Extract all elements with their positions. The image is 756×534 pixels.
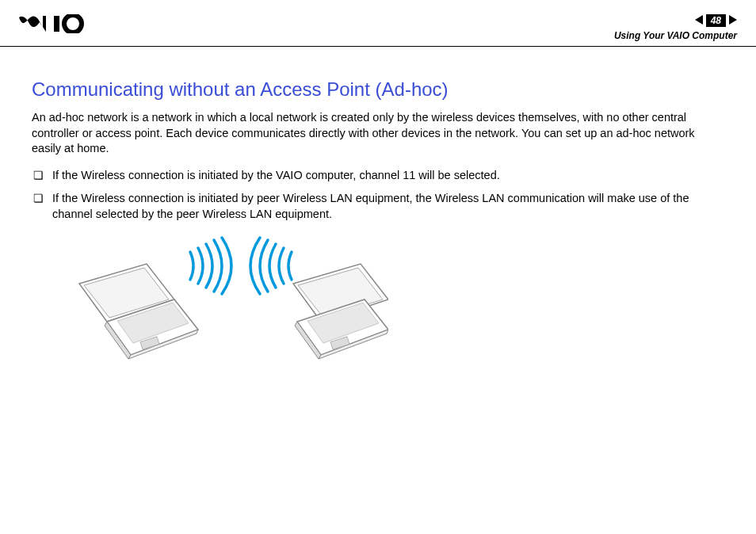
next-page-arrow-icon[interactable] bbox=[727, 15, 737, 27]
page-title: Communicating without an Access Point (A… bbox=[32, 78, 724, 101]
page-navigation: 48 bbox=[614, 14, 737, 27]
prev-page-arrow-icon[interactable] bbox=[695, 15, 704, 27]
laptop-left-icon bbox=[79, 264, 198, 359]
list-item: If the Wireless connection is initiated … bbox=[32, 168, 724, 184]
svg-rect-0 bbox=[54, 16, 59, 32]
page-number: 48 bbox=[706, 14, 726, 27]
laptop-right-icon bbox=[293, 264, 388, 359]
page-header: 48 Using Your VAIO Computer bbox=[0, 0, 756, 47]
wireless-signal-right-icon bbox=[250, 238, 292, 294]
bullet-list: If the Wireless connection is initiated … bbox=[32, 168, 724, 223]
header-right: 48 Using Your VAIO Computer bbox=[614, 14, 737, 41]
svg-point-1 bbox=[64, 15, 82, 32]
page-content: Communicating without an Access Point (A… bbox=[0, 47, 756, 398]
list-item: If the Wireless connection is initiated … bbox=[32, 191, 724, 222]
adhoc-illustration bbox=[55, 236, 724, 382]
vaio-logo bbox=[19, 14, 106, 33]
breadcrumb: Using Your VAIO Computer bbox=[614, 30, 737, 41]
wireless-signal-left-icon bbox=[190, 238, 231, 294]
intro-paragraph: An ad-hoc network is a network in which … bbox=[32, 110, 724, 157]
